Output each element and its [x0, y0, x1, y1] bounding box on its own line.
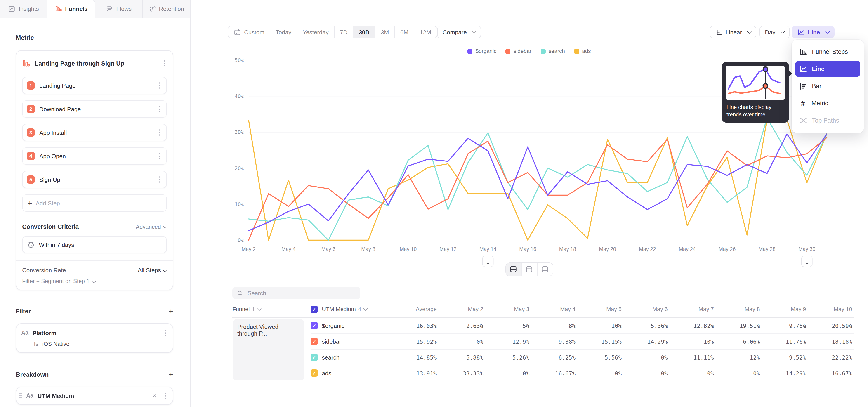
layout-split-view-button[interactable]	[506, 263, 522, 276]
table-header-day[interactable]: May 9	[762, 301, 808, 318]
table-header-average[interactable]: Average	[388, 301, 439, 318]
step-kebab-icon[interactable]	[157, 151, 162, 161]
x-axis-label: May 18	[559, 246, 576, 252]
filter-condition[interactable]: Is iOS Native	[34, 341, 168, 347]
line-chart-icon	[799, 64, 807, 73]
breakdown-kebab-icon[interactable]	[163, 391, 168, 401]
table-header-day[interactable]: May 4	[531, 301, 577, 318]
granularity-dropdown[interactable]: Day	[760, 26, 790, 38]
step-kebab-icon[interactable]	[157, 81, 162, 90]
funnel-step-row-2[interactable]: 2Download Page	[22, 100, 167, 118]
series-checkbox[interactable]: ✓	[311, 338, 318, 345]
table-header-day[interactable]: May 6	[623, 301, 670, 318]
funnel-step-row-1[interactable]: 1Landing Page	[22, 77, 167, 94]
metric-hash-icon: #	[799, 99, 807, 107]
table-header-day[interactable]: May 10	[808, 301, 854, 318]
legend-item-search[interactable]: search	[540, 48, 565, 54]
filter-card-platform[interactable]: Aa Platform Is iOS Native	[16, 323, 173, 353]
date-range-group: CustomTodayYesterday7D30D3M6M12M	[228, 26, 437, 38]
funnel-menu-kebab-icon[interactable]	[162, 58, 167, 68]
funnel-step-row-3[interactable]: 3App Install	[22, 124, 167, 141]
table-row-name-organic[interactable]: ✓$organic	[311, 318, 388, 334]
y-axis-label: 30%	[235, 129, 244, 135]
step-number-chip: 2	[27, 105, 35, 113]
range-button-yesterday[interactable]: Yesterday	[297, 26, 335, 38]
breakdown-card-utm-medium[interactable]: Aa UTM Medium ✕	[16, 387, 173, 405]
drag-handle-icon[interactable]	[19, 394, 22, 398]
table-day-value: 0%	[670, 366, 716, 381]
table-header-day[interactable]: May 2	[439, 301, 485, 318]
table-row-name-sidebar[interactable]: ✓sidebar	[311, 334, 388, 350]
all-steps-dropdown[interactable]: All Steps	[138, 267, 167, 274]
filter-kebab-icon[interactable]	[163, 328, 168, 338]
series-checkbox[interactable]: ✓	[311, 370, 318, 377]
menu-item-funnel-steps[interactable]: Funnel Steps	[795, 43, 860, 60]
conversion-window-button[interactable]: Within 7 days	[22, 236, 167, 253]
remove-breakdown-icon[interactable]: ✕	[150, 392, 159, 400]
layout-chart-view-button[interactable]	[522, 263, 537, 276]
menu-item-bar[interactable]: Bar	[795, 78, 860, 94]
clock-icon	[27, 241, 35, 249]
table-header-day[interactable]: May 5	[577, 301, 623, 318]
table-day-value: 10%	[670, 334, 716, 350]
range-button-6m[interactable]: 6M	[395, 26, 414, 38]
breakdown-table: Funnel1✓UTM Medium4AverageMay 2May 3May …	[232, 301, 854, 381]
chart-type-dropdown[interactable]: Line	[792, 26, 834, 38]
compare-button[interactable]: Compare	[437, 26, 481, 38]
tab-funnels[interactable]: Funnels	[48, 0, 95, 18]
scale-dropdown[interactable]: Linear	[710, 26, 756, 38]
range-button-3m[interactable]: 3M	[375, 26, 395, 38]
funnel-metric-header[interactable]: Landing Page through Sign Up	[22, 56, 167, 70]
table-day-value: 5%	[485, 318, 531, 334]
table-day-value: 5.36%	[623, 318, 670, 334]
add-step-button[interactable]: + Add Step	[22, 194, 167, 212]
table-day-value: 5.26%	[485, 350, 531, 366]
breakdown-property-name: UTM Medium	[37, 392, 146, 399]
table-day-value: 22.22%	[808, 350, 854, 366]
series-checkbox[interactable]: ✓	[311, 354, 318, 361]
funnel-step-row-4[interactable]: 4App Open	[22, 148, 167, 165]
range-button-12m[interactable]: 12M	[414, 26, 437, 38]
legend-item-organic[interactable]: $organic	[467, 48, 496, 54]
tab-retention[interactable]: Retention	[143, 0, 191, 18]
search-input[interactable]	[247, 289, 356, 297]
advanced-toggle[interactable]: Advanced	[136, 224, 167, 230]
chart-legend: $organicsidebarsearchads	[190, 48, 868, 54]
table-header-day[interactable]: May 7	[670, 301, 716, 318]
select-all-checkbox[interactable]: ✓	[311, 306, 318, 313]
step-number-chip: 3	[27, 128, 35, 136]
table-header-funnel[interactable]: Funnel1	[232, 301, 311, 318]
legend-item-sidebar[interactable]: sidebar	[505, 48, 531, 54]
table-day-value: 15.15%	[577, 334, 623, 350]
menu-item-metric[interactable]: # Metric	[795, 95, 860, 111]
table-day-value: 16.67%	[808, 366, 854, 381]
series-checkbox[interactable]: ✓	[311, 322, 318, 329]
funnel-step-row-5[interactable]: 5Sign Up	[22, 171, 167, 188]
tab-insights[interactable]: Insights	[0, 0, 48, 18]
step-kebab-icon[interactable]	[157, 128, 162, 137]
table-header-breakdown[interactable]: ✓UTM Medium4	[311, 301, 388, 318]
add-filter-button[interactable]: +	[168, 308, 173, 315]
add-breakdown-button[interactable]: +	[168, 371, 173, 378]
menu-item-line[interactable]: Line	[795, 61, 860, 77]
table-row-name-ads[interactable]: ✓ads	[311, 366, 388, 381]
table-header-day[interactable]: May 8	[716, 301, 762, 318]
layout-toggle-group	[505, 262, 553, 276]
tab-flows[interactable]: Flows	[95, 0, 143, 18]
range-button-30d[interactable]: 30D	[353, 26, 375, 38]
table-day-value: 11.11%	[670, 350, 716, 366]
x-axis-label: May 22	[639, 246, 656, 252]
legend-item-ads[interactable]: ads	[574, 48, 591, 54]
x-axis-label: May 12	[439, 246, 456, 252]
step-kebab-icon[interactable]	[157, 104, 162, 114]
filter-segment-dropdown[interactable]: Filter + Segment on Step 1	[22, 278, 167, 285]
table-row-name-search[interactable]: ✓search	[311, 350, 388, 366]
insights-icon	[8, 5, 16, 12]
step-kebab-icon[interactable]	[157, 175, 162, 185]
layout-table-view-button[interactable]	[537, 263, 553, 276]
table-funnel-name-cell[interactable]: Product Viewed through P...	[233, 319, 304, 380]
range-button-custom[interactable]: Custom	[228, 26, 270, 38]
table-header-day[interactable]: May 3	[485, 301, 531, 318]
range-button-7d[interactable]: 7D	[335, 26, 353, 38]
range-button-today[interactable]: Today	[270, 26, 297, 38]
